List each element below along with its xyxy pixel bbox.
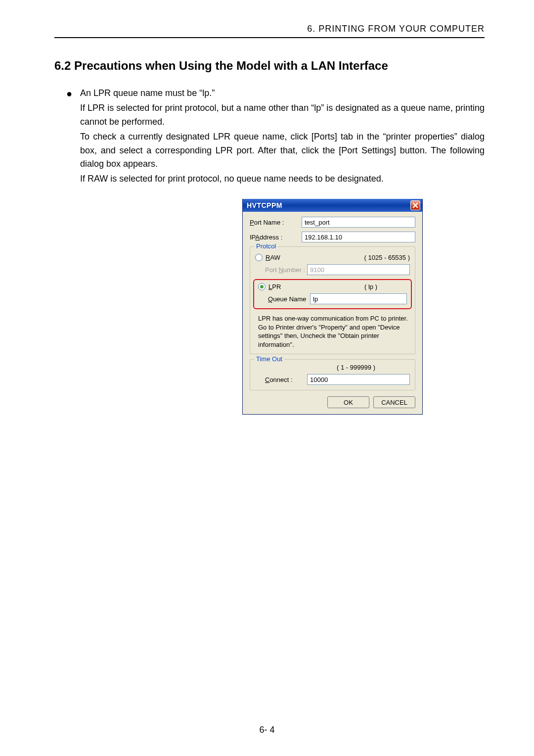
lpr-hint: ( lp ) (364, 283, 377, 290)
connect-label: Connect : (265, 376, 307, 383)
ip-address-label: IPAddress : (250, 234, 302, 241)
dialog-hvtcppm: HVTCPPM Port Name : IPAddress : (242, 199, 423, 415)
body-text: ● An LPR queue name must be “lp.” If LPR… (66, 87, 485, 186)
protocol-fieldset: Protcol RAW ( 1025 - 65535 ) Port Number… (250, 246, 415, 354)
chapter-header: 6. PRINTING FROM YOUR COMPUTER (54, 24, 485, 38)
close-icon (412, 202, 418, 208)
queue-name-input[interactable] (310, 293, 407, 304)
raw-label: RAW (266, 254, 308, 261)
port-name-input[interactable] (302, 217, 415, 228)
paragraph-2: To check a currently designated LPR queu… (80, 130, 485, 172)
port-number-input (307, 264, 410, 275)
lpr-label: LPR (268, 283, 311, 290)
port-name-label: Port Name : (250, 219, 302, 226)
bullet-icon: ● (66, 87, 80, 101)
raw-radio[interactable] (255, 254, 263, 261)
page-number: 6- 4 (0, 725, 534, 735)
lpr-note: LPR has one-way communication from PC to… (258, 314, 410, 349)
paragraph-3: If RAW is selected for print protocol, n… (80, 172, 485, 186)
lpr-highlight: LPR ( lp ) Queue Name (253, 279, 412, 309)
ip-address-input[interactable] (302, 232, 415, 242)
timeout-legend: Time Out (254, 355, 284, 363)
bullet-text: An LPR queue name must be “lp.” (80, 87, 485, 100)
timeout-fieldset: Time Out ( 1 - 999999 ) Connect : (250, 359, 415, 390)
paragraph-1: If LPR is selected for print protocol, b… (80, 101, 485, 129)
timeout-range: ( 1 - 999999 ) (337, 364, 375, 371)
port-number-label: Port Number : (265, 266, 307, 274)
raw-range: ( 1025 - 65535 ) (364, 254, 410, 261)
cancel-button[interactable]: CANCEL (373, 396, 415, 408)
connect-input[interactable] (307, 374, 410, 385)
lpr-radio[interactable] (258, 283, 266, 290)
queue-name-label: Queue Name (268, 295, 310, 303)
titlebar: HVTCPPM (243, 199, 422, 212)
ok-button[interactable]: OK (327, 396, 369, 408)
close-button[interactable] (410, 200, 420, 210)
protocol-legend: Protcol (254, 242, 278, 250)
section-title: 6.2 Precautions when Using the Model wit… (54, 59, 485, 73)
dialog-title: HVTCPPM (247, 201, 410, 209)
